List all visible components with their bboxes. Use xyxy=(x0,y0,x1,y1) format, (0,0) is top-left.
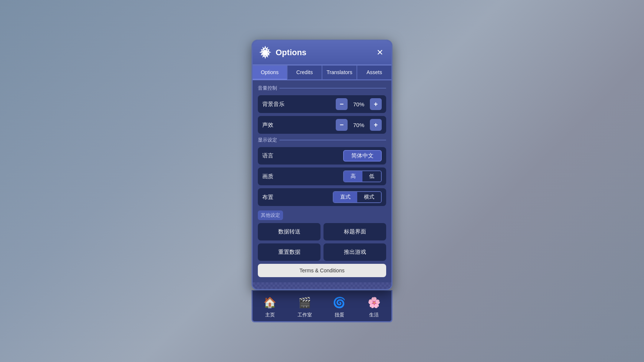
bottom-nav-bar: 🏠 主页 🎬 工作室 🌀 扭蛋 🌸 生活 xyxy=(252,290,392,322)
sfx-label: 声效 xyxy=(262,122,332,129)
nav-item-gacha[interactable]: 🌀 扭蛋 xyxy=(322,295,357,318)
tab-options[interactable]: Options xyxy=(253,65,287,80)
sfx-minus-button[interactable]: − xyxy=(336,119,348,131)
dialog-footer-decoration xyxy=(253,282,391,289)
nav-label-workshop: 工作室 xyxy=(298,312,312,318)
volume-section-label: 音量控制 xyxy=(258,85,386,92)
display-section-label: 显示设定 xyxy=(258,137,386,144)
other-section-label: 其他设定 xyxy=(258,210,283,220)
workshop-icon: 🎬 xyxy=(297,295,312,310)
nav-label-home: 主页 xyxy=(265,312,275,318)
dialog-header: Options ✕ xyxy=(253,41,391,65)
quality-label: 画质 xyxy=(262,173,339,180)
bg-music-label: 背景音乐 xyxy=(262,101,332,108)
terms-conditions-button[interactable]: Terms & Conditions xyxy=(258,264,386,277)
other-settings-section: 其他设定 数据转送 标题界面 重置数据 推出游戏 xyxy=(258,209,386,261)
title-screen-button[interactable]: 标题界面 xyxy=(323,223,386,240)
layout-row: 布置 直式 横式 xyxy=(258,188,386,206)
nav-label-life: 生活 xyxy=(369,312,379,318)
sfx-plus-button[interactable]: + xyxy=(370,119,382,131)
tabs-bar: Options Credits Translators Assets xyxy=(253,65,391,80)
dialog-body: 音量控制 背景音乐 − 70% + 声效 − 70% + 显示设定 语言 简体 xyxy=(253,80,391,282)
life-icon: 🌸 xyxy=(366,295,382,310)
bg-music-minus-button[interactable]: − xyxy=(336,98,348,110)
bg-music-value: 70% xyxy=(351,101,366,107)
action-buttons-grid: 数据转送 标题界面 重置数据 推出游戏 xyxy=(258,223,386,261)
nav-item-home[interactable]: 🏠 主页 xyxy=(253,295,288,318)
quality-high-button[interactable]: 高 xyxy=(343,170,363,182)
nav-item-workshop[interactable]: 🎬 工作室 xyxy=(288,295,322,318)
layout-landscape-button[interactable]: 横式 xyxy=(357,192,381,202)
language-row: 语言 简体中文 xyxy=(258,147,386,165)
data-transfer-button[interactable]: 数据转送 xyxy=(258,223,321,240)
quality-low-button[interactable]: 低 xyxy=(362,171,381,182)
dialog-overlay: Options ✕ Options Credits Translators As… xyxy=(252,40,392,322)
quality-toggle: 高 低 xyxy=(343,170,382,182)
layout-label: 布置 xyxy=(262,194,329,201)
language-label: 语言 xyxy=(262,152,339,159)
layout-toggle: 直式 横式 xyxy=(333,191,382,203)
bg-music-row: 背景音乐 − 70% + xyxy=(258,95,386,113)
home-icon: 🏠 xyxy=(262,295,278,310)
tab-assets[interactable]: Assets xyxy=(357,65,391,80)
reset-data-button[interactable]: 重置数据 xyxy=(258,243,321,261)
nav-label-gacha: 扭蛋 xyxy=(335,312,344,318)
gacha-icon: 🌀 xyxy=(332,295,347,310)
close-button[interactable]: ✕ xyxy=(374,47,385,58)
quit-game-button[interactable]: 推出游戏 xyxy=(323,243,386,261)
tab-translators[interactable]: Translators xyxy=(322,65,357,80)
language-value[interactable]: 简体中文 xyxy=(343,150,382,162)
sfx-value: 70% xyxy=(351,122,366,128)
nav-item-life[interactable]: 🌸 生活 xyxy=(357,295,392,318)
gear-icon xyxy=(259,46,272,59)
bg-music-plus-button[interactable]: + xyxy=(370,98,382,110)
quality-row: 画质 高 低 xyxy=(258,167,386,185)
sfx-row: 声效 − 70% + xyxy=(258,116,386,134)
layout-portrait-button[interactable]: 直式 xyxy=(333,191,358,203)
dialog-title: Options xyxy=(276,48,371,57)
tab-credits[interactable]: Credits xyxy=(287,65,322,80)
options-dialog: Options ✕ Options Credits Translators As… xyxy=(252,40,392,290)
